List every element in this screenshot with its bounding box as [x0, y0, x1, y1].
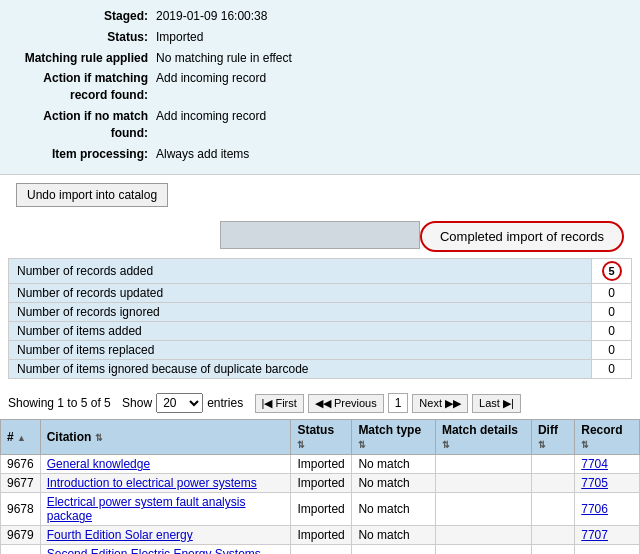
matching-rule-value: No matching rule in effect	[156, 50, 292, 67]
cell-citation-link[interactable]: General knowledge	[47, 457, 150, 471]
staged-row: Staged: 2019-01-09 16:00:38	[16, 8, 624, 25]
stats-row-label: Number of items replaced	[9, 341, 592, 360]
stats-row-label: Number of items added	[9, 322, 592, 341]
matching-rule-label: Matching rule applied	[16, 50, 156, 67]
cell-record-link[interactable]: 7706	[581, 502, 608, 516]
next-label: Next	[419, 397, 442, 409]
action-nomatch-row: Action if no match found: Add incoming r…	[16, 108, 624, 142]
cell-citation[interactable]: Electrical power system fault analysis p…	[40, 493, 291, 526]
action-matching-value: Add incoming record	[156, 70, 266, 87]
undo-import-button[interactable]: Undo import into catalog	[16, 183, 168, 207]
table-row: 9677Introduction to electrical power sys…	[1, 474, 640, 493]
table-row: 9680Second Edition Electric Energy Syste…	[1, 545, 640, 554]
cell-status: Imported	[291, 526, 352, 545]
cell-match-details	[435, 474, 531, 493]
col-header-status[interactable]: Status ⇅	[291, 420, 352, 455]
stats-row: Number of items ignored because of dupli…	[9, 360, 632, 379]
cell-match-details	[435, 493, 531, 526]
cell-diff	[531, 526, 574, 545]
stats-section: Number of records added5Number of record…	[0, 258, 640, 379]
last-icon: ▶|	[503, 397, 514, 409]
cell-citation-link[interactable]: Electrical power system fault analysis p…	[47, 495, 246, 523]
first-label: First	[275, 397, 296, 409]
status-label: Status:	[16, 29, 156, 46]
col-header-match-details[interactable]: Match details ⇅	[435, 420, 531, 455]
current-page: 1	[388, 393, 409, 413]
stats-row-label: Number of records ignored	[9, 303, 592, 322]
status-value: Imported	[156, 29, 203, 46]
item-processing-label: Item processing:	[16, 146, 156, 163]
stats-row: Number of records updated0	[9, 284, 632, 303]
staged-value: 2019-01-09 16:00:38	[156, 8, 267, 25]
entries-per-page-select[interactable]: 102050100	[156, 393, 203, 413]
col-header-diff[interactable]: Diff ⇅	[531, 420, 574, 455]
cell-record-link[interactable]: 7705	[581, 476, 608, 490]
action-matching-label: Action if matching record found:	[16, 70, 156, 104]
action-nomatch-label: Action if no match found:	[16, 108, 156, 142]
col-header-id[interactable]: # ▲	[1, 420, 41, 455]
cell-record[interactable]: 7706	[575, 493, 640, 526]
cell-id: 9678	[1, 493, 41, 526]
stats-row: Number of items replaced0	[9, 341, 632, 360]
showing-text: Showing 1 to 5 of 5	[8, 396, 111, 410]
stats-row-value: 0	[592, 284, 632, 303]
staged-label: Staged:	[16, 8, 156, 25]
cell-citation-link[interactable]: Second Edition Electric Energy Systems T…	[47, 547, 261, 554]
cell-match-type: No match	[352, 455, 436, 474]
cell-diff	[531, 474, 574, 493]
cell-record[interactable]: 7704	[575, 455, 640, 474]
cell-record[interactable]: 7707	[575, 526, 640, 545]
show-label: Show	[122, 396, 152, 410]
cell-id: 9679	[1, 526, 41, 545]
undo-section: Undo import into catalog	[0, 175, 640, 215]
cell-match-type: No match	[352, 474, 436, 493]
cell-match-type: No match	[352, 493, 436, 526]
table-row: 9678Electrical power system fault analys…	[1, 493, 640, 526]
next-page-button[interactable]: Next ▶▶	[412, 394, 468, 413]
stats-table: Number of records added5Number of record…	[8, 258, 632, 379]
cell-match-type: No match	[352, 526, 436, 545]
matching-rule-row: Matching rule applied No matching rule i…	[16, 50, 624, 67]
table-row: 9676General knowledgeImportedNo match770…	[1, 455, 640, 474]
cell-citation[interactable]: Second Edition Electric Energy Systems T…	[40, 545, 291, 554]
cell-record[interactable]: 7708	[575, 545, 640, 554]
records-added-badge: 5	[602, 261, 622, 281]
cell-citation[interactable]: General knowledge	[40, 455, 291, 474]
table-row: 9679Fourth Edition Solar energyImportedN…	[1, 526, 640, 545]
first-page-button[interactable]: |◀ First	[255, 394, 304, 413]
stats-row-value: 0	[592, 360, 632, 379]
next-icon: ▶▶	[445, 397, 461, 409]
cell-record[interactable]: 7705	[575, 474, 640, 493]
stats-row-label: Number of items ignored because of dupli…	[9, 360, 592, 379]
previous-page-button[interactable]: ◀◀ Previous	[308, 394, 384, 413]
cell-record-link[interactable]: 7704	[581, 457, 608, 471]
previous-label: Previous	[334, 397, 377, 409]
info-section: Staged: 2019-01-09 16:00:38 Status: Impo…	[0, 0, 640, 175]
stats-row-value: 5	[592, 259, 632, 284]
cell-status: Imported	[291, 455, 352, 474]
previous-icon: ◀◀	[315, 397, 331, 409]
cell-citation[interactable]: Introduction to electrical power systems	[40, 474, 291, 493]
cell-citation-link[interactable]: Introduction to electrical power systems	[47, 476, 257, 490]
cell-citation-link[interactable]: Fourth Edition Solar energy	[47, 528, 193, 542]
cell-match-details	[435, 526, 531, 545]
stats-row: Number of records added5	[9, 259, 632, 284]
table-header-row: # ▲ Citation ⇅ Status ⇅ Match type ⇅ Mat…	[1, 420, 640, 455]
cell-status: Imported	[291, 493, 352, 526]
cell-match-details	[435, 455, 531, 474]
col-header-match-type[interactable]: Match type ⇅	[352, 420, 436, 455]
last-label: Last	[479, 397, 500, 409]
page-wrapper: Staged: 2019-01-09 16:00:38 Status: Impo…	[0, 0, 640, 554]
cell-record-link[interactable]: 7707	[581, 528, 608, 542]
cell-id: 9677	[1, 474, 41, 493]
cell-citation[interactable]: Fourth Edition Solar energy	[40, 526, 291, 545]
import-banner-section: Completed import of records	[0, 215, 640, 258]
cell-match-details	[435, 545, 531, 554]
col-header-record[interactable]: Record ⇅	[575, 420, 640, 455]
last-page-button[interactable]: Last ▶|	[472, 394, 521, 413]
stats-row: Number of items added0	[9, 322, 632, 341]
col-header-citation[interactable]: Citation ⇅	[40, 420, 291, 455]
completed-import-banner: Completed import of records	[420, 221, 624, 252]
stats-row-label: Number of records added	[9, 259, 592, 284]
cell-diff	[531, 493, 574, 526]
